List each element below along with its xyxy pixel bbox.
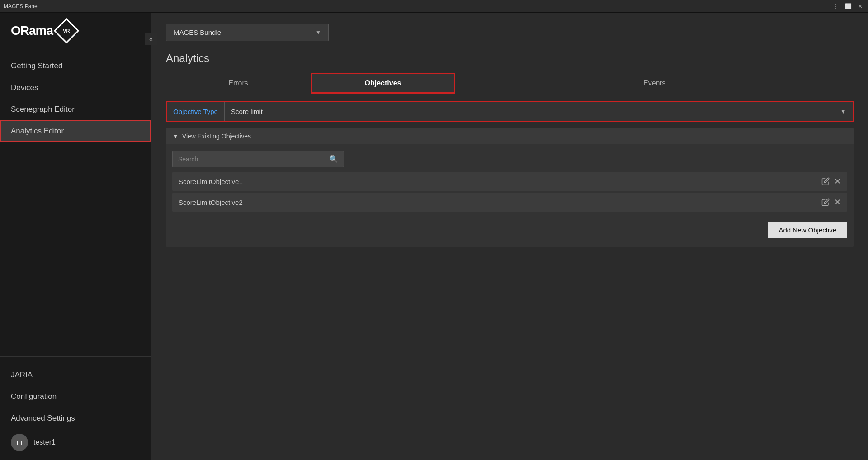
title-bar-more-btn[interactable]: ⋮ <box>831 2 840 10</box>
objective-item-name: ScoreLimitObjective1 <box>179 178 821 185</box>
title-bar-left: MAGES Panel <box>4 3 38 9</box>
objective-delete-button[interactable]: ✕ <box>834 197 841 207</box>
sidebar-item-scenegraph-editor[interactable]: Scenegraph Editor <box>0 99 151 120</box>
objective-item: ScoreLimitObjective2 ✕ <box>172 193 847 212</box>
collapse-sidebar-button[interactable]: « <box>145 33 157 45</box>
sidebar-item-configuration[interactable]: Configuration <box>11 386 140 408</box>
tab-events[interactable]: Events <box>455 73 854 94</box>
objective-delete-button[interactable]: ✕ <box>834 176 841 186</box>
objective-type-select[interactable]: Score limit Time limit Completion <box>225 108 834 115</box>
sidebar-item-analytics-editor[interactable]: Analytics Editor <box>0 120 151 142</box>
bundle-selector: MAGES Bundle ▼ <box>166 24 854 41</box>
logo-text: ORama <box>11 24 53 38</box>
title-bar-close-btn[interactable]: ✕ <box>856 2 864 10</box>
search-input[interactable] <box>178 156 326 163</box>
user-name: tester1 <box>33 438 56 446</box>
content-area: MAGES Bundle ▼ Analytics Errors Objectiv… <box>151 13 868 460</box>
sidebar-nav: Getting Started Devices Scenegraph Edito… <box>0 51 151 356</box>
objective-item: ScoreLimitObjective1 ✕ <box>172 172 847 191</box>
objective-edit-button[interactable] <box>821 177 830 185</box>
sidebar-item-jaria[interactable]: JARIA <box>11 364 140 386</box>
search-icon: 🔍 <box>329 155 338 163</box>
add-new-objective-button[interactable]: Add New Objective <box>768 222 847 238</box>
tabs: Errors Objectives Events <box>166 73 854 94</box>
objective-item-actions: ✕ <box>821 176 841 186</box>
sidebar-item-devices[interactable]: Devices <box>0 77 151 99</box>
avatar: TT <box>11 434 28 451</box>
user-row: TT tester1 <box>11 429 140 453</box>
title-bar-restore-btn[interactable]: ⬜ <box>843 2 854 10</box>
sidebar-item-advanced-settings[interactable]: Advanced Settings <box>11 408 140 429</box>
title-bar-controls: ⋮ ⬜ ✕ <box>831 2 864 10</box>
sidebar-footer-items: JARIA Configuration Advanced Settings TT… <box>11 364 140 453</box>
logo-diamond: VR <box>54 18 80 44</box>
objective-list: ScoreLimitObjective1 ✕ S <box>172 172 847 212</box>
sidebar-item-getting-started[interactable]: Getting Started <box>0 55 151 77</box>
sidebar-footer: JARIA Configuration Advanced Settings TT… <box>0 356 151 460</box>
view-existing-collapse-icon: ▼ <box>172 133 179 140</box>
objective-type-label: Objective Type <box>167 102 225 121</box>
title-bar-title: MAGES Panel <box>4 3 38 9</box>
objective-item-name: ScoreLimitObjective2 <box>179 199 821 206</box>
add-objective-row: Add New Objective <box>172 218 847 240</box>
main-layout: ORama VR Getting Started Devices Scenegr… <box>0 13 868 460</box>
objective-item-actions: ✕ <box>821 197 841 207</box>
view-existing-header[interactable]: ▼ View Existing Objectives <box>166 128 854 144</box>
objective-type-chevron-icon: ▼ <box>834 108 853 115</box>
search-box: 🔍 <box>172 151 344 167</box>
title-bar: MAGES Panel ⋮ ⬜ ✕ <box>0 0 868 13</box>
tab-errors[interactable]: Errors <box>166 73 311 94</box>
view-existing-body: 🔍 ScoreLimitObjective1 <box>166 144 854 247</box>
logo-vr-label: VR <box>63 28 70 33</box>
objective-type-row: Objective Type Score limit Time limit Co… <box>166 101 854 122</box>
bundle-dropdown-label: MAGES Bundle <box>174 28 221 36</box>
tab-objectives[interactable]: Objectives <box>311 73 455 94</box>
chevron-down-icon: ▼ <box>316 29 321 36</box>
sidebar-logo: ORama VR <box>0 13 151 51</box>
sidebar: ORama VR Getting Started Devices Scenegr… <box>0 13 151 460</box>
analytics-header: Analytics <box>166 52 854 65</box>
view-existing-header-label: View Existing Objectives <box>182 133 251 140</box>
bundle-dropdown[interactable]: MAGES Bundle ▼ <box>166 24 329 41</box>
objective-edit-button[interactable] <box>821 198 830 206</box>
view-existing-section: ▼ View Existing Objectives 🔍 ScoreLimitO… <box>166 128 854 247</box>
